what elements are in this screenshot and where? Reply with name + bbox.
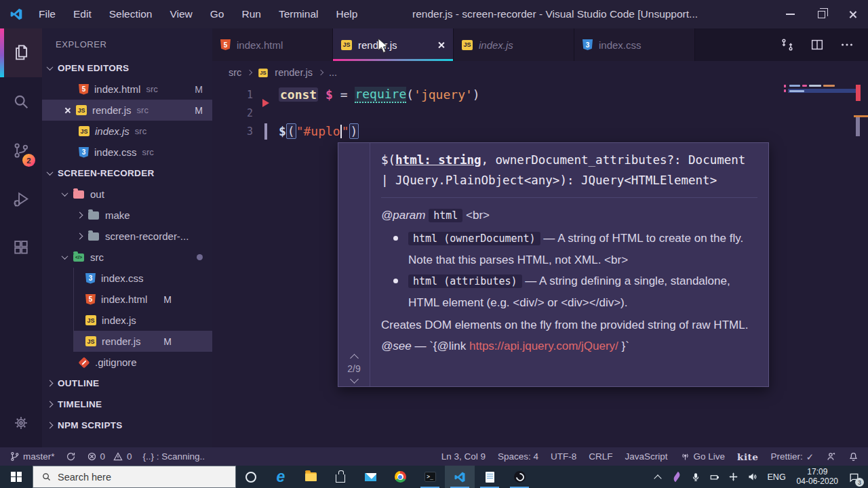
tab-render-js[interactable]: render.js <box>333 28 454 61</box>
breadcrumb-more[interactable]: ... <box>329 67 337 78</box>
input-language-indicator[interactable]: ENG <box>762 472 791 482</box>
section-outline[interactable]: OUTLINE <box>42 373 212 394</box>
activity-run-debug-button[interactable] <box>0 175 42 224</box>
menu-file[interactable]: File <box>30 0 64 28</box>
signature-prev-button[interactable] <box>350 354 359 363</box>
chevron-down-icon <box>62 253 68 260</box>
folder-icon <box>88 232 99 241</box>
git-branch-status[interactable]: master* <box>9 451 55 462</box>
connectivity-tray-button[interactable] <box>724 466 743 488</box>
kite-status[interactable]: kite <box>737 451 758 462</box>
menu-run[interactable]: Run <box>233 0 269 28</box>
menu-bar: File Edit Selection View Go Run Terminal… <box>30 0 366 28</box>
bullet-attributes: html (attributes) — A string defining a … <box>408 270 757 313</box>
tree-file-index-js[interactable]: index.js <box>73 310 212 331</box>
tree-file-render-js[interactable]: render.js M <box>73 331 212 352</box>
mail-button[interactable] <box>355 466 385 488</box>
tree-folder-out[interactable]: out <box>42 184 212 205</box>
explorer-sidebar: EXPLORER OPEN EDITORS index.html src M r… <box>42 28 212 447</box>
problems-status[interactable]: 0 0 <box>87 451 132 462</box>
battery-tray-button[interactable] <box>705 466 724 488</box>
section-npm-scripts[interactable]: NPM SCRIPTS <box>42 415 212 436</box>
open-editor-index-js[interactable]: index.js src <box>42 121 212 142</box>
clock[interactable]: 17:09 04-06-2020 <box>791 468 844 486</box>
start-button[interactable] <box>0 466 33 488</box>
menu-edit[interactable]: Edit <box>64 0 100 28</box>
encoding-status[interactable]: UTF-8 <box>551 451 576 462</box>
scanning-status[interactable]: {..} : Scanning.. <box>143 451 205 462</box>
operator-equals: = <box>340 87 348 102</box>
indentation-status[interactable]: Spaces: 4 <box>498 451 538 462</box>
variable-dollar: $ <box>279 124 286 138</box>
section-timeline[interactable]: TIMELINE <box>42 394 212 415</box>
microphone-tray-button[interactable] <box>686 466 705 488</box>
scrollbar-thumb[interactable] <box>856 117 860 136</box>
signature-rest: , ownerDocument_attributes?: Document <box>481 153 746 167</box>
go-live-button[interactable]: Go Live <box>680 451 726 462</box>
windows-logo-icon <box>11 472 22 483</box>
notifications-button[interactable] <box>848 451 859 462</box>
vscode-taskbar-button[interactable] <box>445 466 475 488</box>
taskbar-search[interactable] <box>33 466 236 488</box>
breadcrumb-file[interactable]: render.js <box>275 67 313 78</box>
eol-status[interactable]: CRLF <box>589 451 612 462</box>
signature-counter: 2/9 <box>347 363 360 374</box>
open-changes-icon[interactable] <box>780 37 795 52</box>
search-input[interactable] <box>58 472 214 483</box>
close-window-button[interactable] <box>837 0 868 28</box>
section-open-editors[interactable]: OPEN EDITORS <box>42 58 212 79</box>
cursor-position-status[interactable]: Ln 3, Col 9 <box>441 451 486 462</box>
tree-file-index-css[interactable]: index.css <box>73 268 212 289</box>
language-mode-status[interactable]: JavaScript <box>625 451 668 462</box>
cortana-button[interactable] <box>236 466 266 488</box>
file-explorer-button[interactable] <box>296 466 326 488</box>
volume-tray-button[interactable] <box>743 466 762 488</box>
restore-button[interactable] <box>806 0 837 28</box>
tree-folder-src[interactable]: src <box>42 247 212 268</box>
more-actions-icon[interactable] <box>840 37 854 52</box>
open-editor-index-css[interactable]: index.css src <box>42 142 212 163</box>
menu-selection[interactable]: Selection <box>100 0 161 28</box>
open-editor-index-html[interactable]: index.html src M <box>42 79 212 100</box>
menu-terminal[interactable]: Terminal <box>270 0 328 28</box>
open-editor-render-js[interactable]: render.js src M <box>42 100 212 121</box>
tree-folder-make[interactable]: make <box>42 205 212 226</box>
terminal-button[interactable] <box>415 466 445 488</box>
activity-search-button[interactable] <box>0 77 42 126</box>
menu-view[interactable]: View <box>161 0 201 28</box>
debug-icon <box>12 190 31 209</box>
action-center-button[interactable]: 3 <box>844 466 864 488</box>
tab-index-html[interactable]: index.html <box>212 28 333 61</box>
close-icon[interactable] <box>64 107 71 114</box>
settings-button[interactable] <box>0 405 42 441</box>
tab-index-css[interactable]: index.css <box>574 28 695 61</box>
split-editor-icon[interactable] <box>810 37 825 52</box>
kite-tray-button[interactable] <box>667 466 686 488</box>
chrome-button[interactable] <box>385 466 415 488</box>
prettier-status[interactable]: Prettier: ✓ <box>770 451 814 462</box>
paren-close: ) <box>473 87 480 102</box>
menu-go[interactable]: Go <box>201 0 233 28</box>
menu-help[interactable]: Help <box>328 0 367 28</box>
jquery-doc-link[interactable]: https://api.jquery.com/jQuery/ <box>469 340 618 352</box>
tab-index-js[interactable]: index.js <box>454 28 574 61</box>
feedback-button[interactable] <box>826 451 836 462</box>
tree-folder-screen-recorder[interactable]: screen-recorder-... <box>42 226 212 247</box>
section-project-root[interactable]: SCREEN-RECORDER <box>42 163 212 184</box>
store-button[interactable] <box>326 466 355 488</box>
obs-button[interactable] <box>505 466 534 488</box>
tree-file-gitignore[interactable]: .gitignore <box>42 352 212 373</box>
notepad-button[interactable] <box>475 466 505 488</box>
activity-explorer-button[interactable] <box>0 28 42 77</box>
tray-expand-button[interactable] <box>648 466 667 488</box>
edge-button[interactable]: e <box>266 466 296 488</box>
breadcrumb-folder[interactable]: src <box>229 67 241 78</box>
activity-extensions-button[interactable] <box>0 224 42 272</box>
tree-file-index-html[interactable]: index.html M <box>73 289 212 310</box>
close-icon[interactable] <box>437 41 445 49</box>
minimap[interactable] <box>788 84 856 138</box>
activity-source-control-button[interactable]: 2 <box>0 126 42 175</box>
signature-next-button[interactable] <box>350 375 359 384</box>
sync-button[interactable] <box>66 451 76 462</box>
minimize-button[interactable] <box>774 0 806 28</box>
